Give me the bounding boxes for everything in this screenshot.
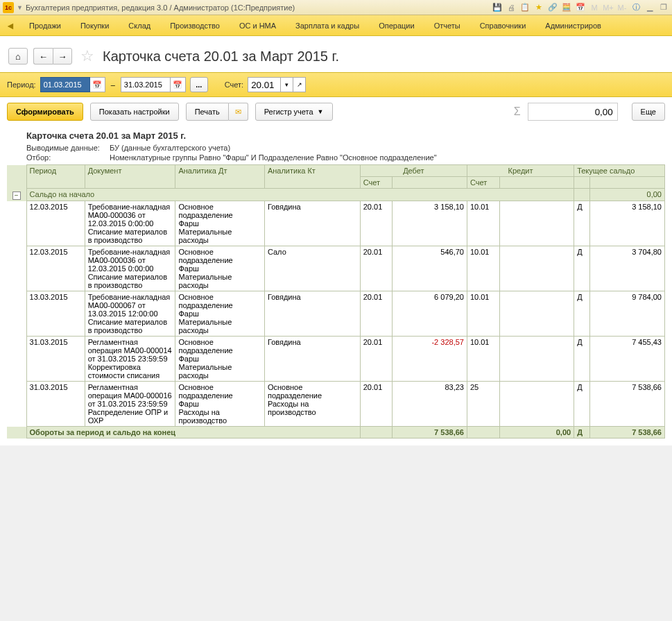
- period-from-input[interactable]: [40, 77, 90, 92]
- menu-assets[interactable]: ОС и НМА: [230, 15, 286, 36]
- print-button[interactable]: Печать: [186, 103, 229, 121]
- collapse-button[interactable]: −: [12, 192, 21, 200]
- menu-sales[interactable]: Продажи: [19, 15, 71, 36]
- period-select-button[interactable]: ...: [190, 77, 208, 92]
- cell-balance: 3 158,10: [590, 201, 665, 246]
- m-plus-icon[interactable]: M+: [603, 2, 614, 13]
- register-button[interactable]: Регистр учета▼: [255, 103, 333, 121]
- menu-reports[interactable]: Отчеты: [424, 15, 470, 36]
- menu-purchases[interactable]: Покупки: [71, 15, 119, 36]
- col-debit: Дебет: [360, 165, 467, 177]
- cell-doc: Требование-накладная МА00-000036 от 12.0…: [85, 201, 175, 246]
- cell-balance: 7 455,43: [590, 337, 665, 382]
- account-dropdown-icon[interactable]: ▾: [281, 77, 293, 92]
- cell-credit-amount: [499, 201, 574, 246]
- cell-period: 13.03.2015: [26, 291, 85, 337]
- cell-balance: 7 538,66: [590, 382, 665, 427]
- sum-icon: Σ: [514, 105, 521, 118]
- col-akt: Аналитика Кт: [264, 165, 360, 189]
- cell-doc: Регламентная операция МА00-000014 от 31.…: [85, 337, 175, 382]
- cell-doc: Требование-накладная МА00-000036 от 12.0…: [85, 246, 175, 291]
- restore-icon[interactable]: ❐: [658, 2, 669, 13]
- cell-credit-amount: [499, 291, 574, 337]
- account-input[interactable]: [248, 77, 281, 92]
- cell-debit-amount: 3 158,10: [393, 201, 467, 246]
- page-title: Карточка счета 20.01 за Март 2015 г.: [103, 49, 339, 65]
- table-row[interactable]: 12.03.2015 Требование-накладная МА00-000…: [7, 246, 665, 291]
- table-row[interactable]: 31.03.2015 Регламентная операция МА00-00…: [7, 337, 665, 382]
- menu-back-icon[interactable]: ◄: [6, 20, 19, 31]
- cell-dc: Д: [574, 382, 590, 427]
- totals-debit: 7 538,66: [393, 427, 467, 439]
- col-adt: Аналитика Дт: [175, 165, 264, 189]
- menu-operations[interactable]: Операции: [369, 15, 424, 36]
- menu-admin[interactable]: Администриров: [535, 15, 611, 36]
- cell-debit-account: 20.01: [360, 291, 393, 337]
- nav-back-button[interactable]: ←: [33, 48, 53, 65]
- favorite-star-icon[interactable]: ☆: [80, 47, 94, 65]
- filter-value: Номенклатурные группы Равно "Фарш" И Под…: [110, 153, 437, 162]
- menu-production[interactable]: Производство: [160, 15, 230, 36]
- help-icon[interactable]: ⓘ: [630, 2, 641, 13]
- window-title: Бухгалтерия предприятия, редакция 3.0 / …: [26, 3, 492, 12]
- cell-debit-account: 20.01: [360, 201, 393, 246]
- cell-doc: Регламентная операция МА00-000016 от 31.…: [85, 382, 175, 427]
- cell-debit-amount: -2 328,57: [393, 337, 467, 382]
- link-icon[interactable]: 🔗: [547, 2, 558, 13]
- account-label: Счет:: [225, 80, 243, 89]
- minimize-icon[interactable]: ▁: [644, 2, 655, 13]
- calendar-icon[interactable]: 📅: [575, 2, 586, 13]
- home-button[interactable]: ⌂: [8, 48, 28, 65]
- table-row[interactable]: 13.03.2015 Требование-накладная МА00-000…: [7, 291, 665, 337]
- col-balance: Текущее сальдо: [574, 165, 665, 177]
- cell-credit-account: 10.01: [467, 246, 499, 291]
- app-menu-dropdown-icon[interactable]: ▼: [17, 4, 23, 11]
- period-from-calendar-icon[interactable]: 📅: [90, 77, 105, 92]
- more-button[interactable]: Еще: [632, 103, 665, 121]
- cell-adt: Основное подразделениеФаршМатериальные р…: [175, 201, 264, 246]
- m-minus-icon[interactable]: M-: [617, 2, 628, 13]
- filter-label: Отбор:: [26, 153, 110, 162]
- totals-credit: 0,00: [499, 427, 574, 439]
- cell-credit-amount: [499, 246, 574, 291]
- cell-debit-account: 20.01: [360, 337, 393, 382]
- cell-period: 12.03.2015: [26, 201, 85, 246]
- totals-balance: 7 538,66: [590, 427, 665, 439]
- generate-button[interactable]: Сформировать: [7, 103, 83, 121]
- calculator-icon[interactable]: 🧮: [561, 2, 572, 13]
- nav-forward-button[interactable]: →: [53, 48, 72, 65]
- save-icon[interactable]: 💾: [492, 2, 503, 13]
- m-icon[interactable]: M: [589, 2, 600, 13]
- cell-dc: Д: [574, 291, 590, 337]
- menu-payroll[interactable]: Зарплата и кадры: [286, 15, 369, 36]
- cell-dc: Д: [574, 246, 590, 291]
- show-settings-button[interactable]: Показать настройки: [90, 103, 179, 121]
- col-doc: Документ: [85, 165, 175, 189]
- cell-debit-amount: 6 079,20: [393, 291, 467, 337]
- col-debit-account: Счет: [360, 177, 393, 189]
- cell-dc: Д: [574, 201, 590, 246]
- output-label: Выводимые данные:: [26, 144, 110, 152]
- cell-credit-account: 25: [467, 382, 499, 427]
- opening-value: 0,00: [590, 189, 665, 201]
- table-row[interactable]: 31.03.2015 Регламентная операция МА00-00…: [7, 382, 665, 427]
- sum-field[interactable]: [528, 103, 618, 121]
- period-to-calendar-icon[interactable]: 📅: [171, 77, 186, 92]
- menu-warehouse[interactable]: Склад: [119, 15, 160, 36]
- report-table: Период Документ Аналитика Дт Аналитика К…: [7, 164, 665, 439]
- period-to-input[interactable]: [121, 77, 171, 92]
- cell-dc: Д: [574, 337, 590, 382]
- menu-catalogs[interactable]: Справочники: [470, 15, 536, 36]
- favorite-icon[interactable]: ★: [533, 2, 544, 13]
- account-open-icon[interactable]: ↗: [293, 77, 306, 92]
- cell-credit-account: 10.01: [467, 337, 499, 382]
- mail-icon[interactable]: ✉: [229, 103, 248, 121]
- cell-credit-account: 10.01: [467, 201, 499, 246]
- cell-period: 12.03.2015: [26, 246, 85, 291]
- clipboard-icon[interactable]: 📋: [519, 2, 531, 13]
- print-icon[interactable]: 🖨: [506, 2, 517, 13]
- cell-period: 31.03.2015: [26, 382, 85, 427]
- cell-debit-account: 20.01: [360, 246, 393, 291]
- table-row[interactable]: 12.03.2015 Требование-накладная МА00-000…: [7, 201, 665, 246]
- app-logo: 1c: [3, 2, 14, 13]
